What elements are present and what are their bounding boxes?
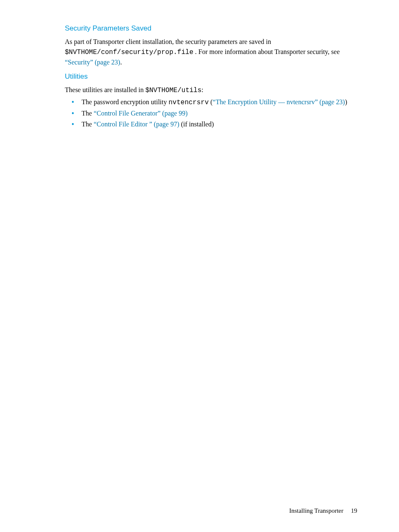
text: The bbox=[82, 121, 94, 128]
text: . bbox=[120, 59, 122, 66]
heading-utilities: Utilities bbox=[65, 72, 357, 81]
link-security[interactable]: “Security” (page 23) bbox=[65, 59, 120, 66]
text: (if installed) bbox=[179, 121, 214, 128]
utilities-list: The password encryption utility nvtencrs… bbox=[65, 97, 357, 129]
link-encryption-utility[interactable]: “The Encryption Utility — nvtencrsrv” (p… bbox=[212, 98, 345, 105]
paragraph-utilities-intro: These utilities are installed in $NVTHOM… bbox=[65, 85, 357, 95]
text: . For more information about Transporter… bbox=[193, 48, 340, 55]
heading-security-parameters: Security Parameters Saved bbox=[65, 24, 357, 33]
list-item: The “Control File Editor ” (page 97) (if… bbox=[72, 119, 357, 129]
page-footer: Installing Transporter19 bbox=[289, 507, 357, 514]
text: ( bbox=[209, 98, 212, 105]
code-nvtencrsrv: nvtencrsrv bbox=[169, 99, 209, 106]
list-item: The “Control File Generator” (page 99) bbox=[72, 108, 357, 118]
text: ) bbox=[345, 98, 347, 105]
text: The bbox=[82, 110, 94, 117]
code-path-utils: $NVTHOME/utils bbox=[145, 87, 201, 94]
text: : bbox=[202, 86, 203, 93]
paragraph-security: As part of Transporter client installati… bbox=[65, 37, 357, 67]
page-number: 19 bbox=[351, 507, 357, 514]
link-control-file-editor[interactable]: “Control File Editor ” (page 97) bbox=[94, 121, 179, 128]
text: As part of Transporter client installati… bbox=[65, 38, 271, 45]
list-item: The password encryption utility nvtencrs… bbox=[72, 97, 357, 108]
text: The password encryption utility bbox=[82, 98, 169, 105]
footer-title: Installing Transporter bbox=[289, 507, 343, 514]
link-control-file-generator[interactable]: “Control File Generator” (page 99) bbox=[94, 110, 188, 117]
code-path: $NVTHOME/conf/security/prop.file bbox=[65, 49, 193, 56]
text: These utilities are installed in bbox=[65, 86, 145, 93]
